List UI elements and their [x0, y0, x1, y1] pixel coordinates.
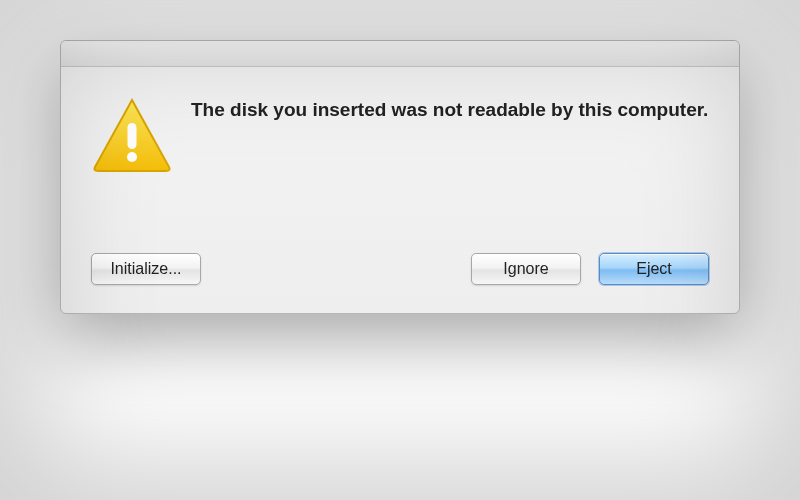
- svg-point-1: [127, 152, 137, 162]
- svg-rect-0: [128, 123, 137, 149]
- dialog-button-row: Initialize... Ignore Eject: [61, 193, 739, 313]
- initialize-button[interactable]: Initialize...: [91, 253, 201, 285]
- dialog-titlebar: [61, 41, 739, 67]
- dialog-window: The disk you inserted was not readable b…: [60, 40, 740, 314]
- ignore-button[interactable]: Ignore: [471, 253, 581, 285]
- dialog-content: The disk you inserted was not readable b…: [61, 67, 739, 193]
- dialog-message: The disk you inserted was not readable b…: [191, 97, 709, 123]
- alert-dialog: The disk you inserted was not readable b…: [60, 40, 740, 314]
- button-spacer: [219, 253, 453, 285]
- eject-button[interactable]: Eject: [599, 253, 709, 285]
- warning-triangle-icon: [91, 159, 173, 176]
